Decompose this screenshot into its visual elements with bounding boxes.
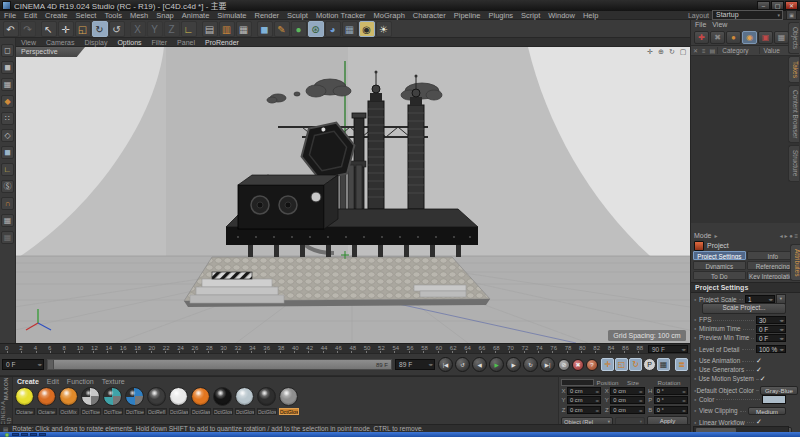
material-item[interactable]: OctRefl xyxy=(146,387,167,415)
perspective-view-tab[interactable]: Perspective xyxy=(16,47,85,57)
current-frame-field[interactable]: 0 F◂▸ xyxy=(2,359,44,370)
delete-take-icon[interactable]: ✖ xyxy=(710,31,725,44)
rotate-view-icon[interactable]: ↻ xyxy=(668,48,676,56)
om-menu-file[interactable]: File xyxy=(695,21,706,28)
menu-create[interactable]: Create xyxy=(41,11,72,20)
material-item[interactable]: OctGlos xyxy=(234,387,255,415)
locked-workplane-icon[interactable]: ▦ xyxy=(1,231,14,244)
last-tool-icon[interactable]: ↺ xyxy=(109,21,125,37)
render-picture-viewer-icon[interactable]: ▥ xyxy=(219,21,235,37)
viewport-menu-view[interactable]: View xyxy=(16,39,41,46)
column-header-category[interactable]: Category xyxy=(717,47,758,54)
light-icon[interactable]: ☀ xyxy=(376,21,392,37)
main-take-icon[interactable]: ◉ xyxy=(742,31,757,44)
minimum-time-input[interactable]: 0 F◂▸ xyxy=(756,325,786,333)
make-editable-icon[interactable]: ◻ xyxy=(1,44,14,57)
viewport-menu-options[interactable]: Options xyxy=(112,39,146,46)
list-tool-icon[interactable]: ▤ xyxy=(708,47,718,54)
viewport[interactable]: Grid Spacing: 100 cm Perspective ✛⊕↻▢ xyxy=(16,47,690,343)
edges-mode-icon[interactable]: ◇ xyxy=(1,129,14,142)
menu-render[interactable]: Render xyxy=(251,11,284,20)
material-item[interactable]: Octane xyxy=(36,387,57,415)
camera-icon[interactable]: ◉ xyxy=(359,21,375,37)
material-item[interactable]: OctGlas xyxy=(168,387,189,415)
menu-plugins[interactable]: Plugins xyxy=(484,11,517,20)
use-generators-checkbox[interactable]: ✓ xyxy=(756,366,786,374)
layout-dropdown[interactable]: Startup ▾ xyxy=(712,10,783,20)
volume-icon[interactable]: ◕ xyxy=(325,21,341,37)
material-item[interactable]: OctTipe xyxy=(102,387,123,415)
undo-icon[interactable]: ↶ xyxy=(3,21,19,37)
scale-project-button[interactable]: Scale Project... xyxy=(702,303,786,314)
material-menu-create[interactable]: Create xyxy=(13,378,43,385)
viewport-menu-filter[interactable]: Filter xyxy=(147,39,173,46)
menu-sculpt[interactable]: Sculpt xyxy=(283,11,312,20)
key-scale-button[interactable]: ◱ xyxy=(615,358,628,371)
scrubber-handle[interactable] xyxy=(48,360,54,369)
position-z-field[interactable]: 0 cm◂▸ xyxy=(567,406,601,414)
generators-icon[interactable]: ⊛ xyxy=(308,21,324,37)
redo-icon[interactable]: ↷ xyxy=(20,21,36,37)
section-header[interactable]: Project Settings xyxy=(691,282,800,293)
maximize-button[interactable]: ▢ xyxy=(771,1,784,10)
use-animation-checkbox[interactable]: ✓ xyxy=(756,357,786,365)
rotation-b-field[interactable]: 0 °◂▸ xyxy=(654,406,688,414)
z-axis-lock-icon[interactable]: Z xyxy=(164,21,180,37)
customize-icon[interactable]: ▣ xyxy=(786,10,797,20)
timeline-scrubber[interactable]: 89 F xyxy=(47,359,392,370)
preview-min-time-input[interactable]: 0 F◂▸ xyxy=(756,334,786,342)
key-parameter-button[interactable]: P xyxy=(643,358,656,371)
previous-frame-button[interactable]: ◀ xyxy=(472,357,487,372)
live-selection-icon[interactable]: ↖ xyxy=(41,21,57,37)
material-menu-function[interactable]: Function xyxy=(63,378,98,385)
take-render-icon[interactable]: ▦ xyxy=(774,31,789,44)
material-item[interactable]: OctGlas xyxy=(190,387,211,415)
add-take-icon[interactable]: ✚ xyxy=(694,31,709,44)
viewport-menu-display[interactable]: Display xyxy=(79,39,112,46)
add-primitive-cube-icon[interactable]: ◼ xyxy=(257,21,273,37)
scale-tool-icon[interactable]: ◱ xyxy=(75,21,91,37)
spline-pen-icon[interactable]: ✎ xyxy=(274,21,290,37)
tab-attributes[interactable]: Attributes xyxy=(790,244,800,281)
range-end-field[interactable]: 89 F◂▸ xyxy=(395,359,435,370)
zoom-view-icon[interactable]: ⊕ xyxy=(657,48,665,56)
position-y-field[interactable]: 0 cm◂▸ xyxy=(567,396,601,404)
menu-snap[interactable]: Snap xyxy=(152,11,178,20)
taskbar-item[interactable] xyxy=(30,433,37,437)
render-settings-icon[interactable]: ▦ xyxy=(236,21,252,37)
list-tool-icon[interactable]: ≡ xyxy=(700,48,708,54)
minimize-button[interactable]: – xyxy=(757,1,770,10)
material-item[interactable]: OctGlos xyxy=(278,387,299,415)
polygons-mode-icon[interactable]: ◼ xyxy=(1,146,14,159)
take-camera-icon[interactable]: ▣ xyxy=(758,31,773,44)
tab-structure[interactable]: Structure xyxy=(788,145,799,181)
enable-snap-icon[interactable]: ∩ xyxy=(1,197,14,210)
next-key-button[interactable]: ↻ xyxy=(523,357,538,372)
size-y-field[interactable]: 0 cm◂▸ xyxy=(610,396,644,404)
fields-icon[interactable]: ▦ xyxy=(342,21,358,37)
max-time-field[interactable]: 90 F◂▸ xyxy=(648,345,688,353)
menu-window[interactable]: Window xyxy=(544,11,579,20)
autokeying-button[interactable]: ? xyxy=(586,359,598,371)
rotation-p-field[interactable]: 0 °◂▸ xyxy=(654,396,688,404)
render-view-icon[interactable]: ▤ xyxy=(202,21,218,37)
taskbar-item[interactable] xyxy=(39,433,46,437)
enable-axis-icon[interactable]: ∟ xyxy=(1,163,14,176)
menu-mesh[interactable]: Mesh xyxy=(126,11,152,20)
key-position-button[interactable]: ✛ xyxy=(601,358,614,371)
tab-takes[interactable]: Takes xyxy=(788,56,799,83)
menu-file[interactable]: File xyxy=(0,11,20,20)
goto-start-button[interactable]: |◀ xyxy=(438,357,453,372)
om-menu-view[interactable]: View xyxy=(712,21,727,28)
record-active-objects-button[interactable]: ✖ xyxy=(572,359,584,371)
color-swatch[interactable] xyxy=(762,395,786,404)
menu-motion-tracker[interactable]: Motion Tracker xyxy=(312,11,370,20)
pan-view-icon[interactable]: ✛ xyxy=(646,48,654,56)
size-x-field[interactable]: 0 cm◂▸ xyxy=(610,387,644,395)
keyframe-selection-button[interactable]: ⊘ xyxy=(558,359,570,371)
previous-key-button[interactable]: ↺ xyxy=(455,357,470,372)
texture-mode-icon[interactable]: ▦ xyxy=(1,78,14,91)
menu-edit[interactable]: Edit xyxy=(20,11,41,20)
menu-pipeline[interactable]: Pipeline xyxy=(450,11,485,20)
menu-tools[interactable]: Tools xyxy=(100,11,126,20)
